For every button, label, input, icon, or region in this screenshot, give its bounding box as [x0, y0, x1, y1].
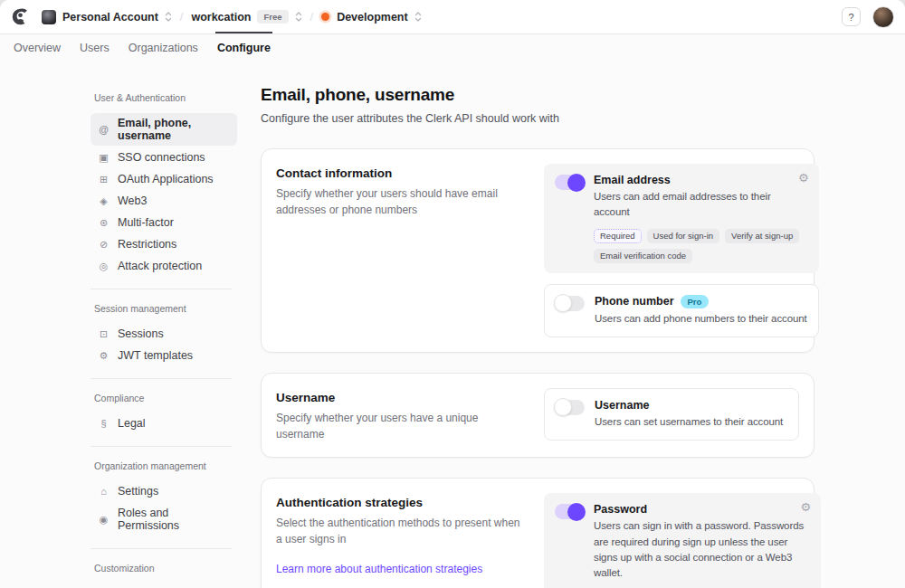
sidebar-item-multi-factor[interactable]: ⊛ Multi-factor [90, 213, 237, 232]
environment-name: Development [337, 11, 408, 24]
username-panel: Username Users can set usernames to thei… [544, 388, 799, 441]
panel-description: Users can add email addresses to their a… [594, 189, 808, 221]
settings-gear-icon[interactable]: ⚙ [798, 172, 809, 184]
phone-number-panel: Phone number Pro Users can add phone num… [544, 284, 819, 337]
sidebar-item-oauth-applications[interactable]: ⊞ OAuth Applications [90, 169, 237, 189]
settings-gear-icon[interactable]: ⚙ [800, 501, 811, 513]
toggle-knob [567, 503, 586, 521]
phone-number-toggle[interactable] [556, 296, 585, 311]
sidebar-divider [90, 548, 232, 549]
sidebar-item-sessions[interactable]: ⊡ Sessions [90, 324, 237, 344]
password-panel: Password Users can sign in with a passwo… [544, 493, 821, 588]
card-title: Authentication strategies [276, 496, 524, 509]
app-window: Personal Account / workcation Free / Dev… [0, 0, 905, 588]
help-button[interactable]: ? [842, 7, 861, 26]
toggle-knob [554, 294, 572, 312]
tab-overview[interactable]: Overview [13, 40, 62, 56]
shield-icon: ◎ [98, 261, 110, 271]
user-avatar[interactable] [872, 6, 894, 28]
chevron-updown-icon [414, 11, 422, 23]
panel-title: Password [594, 503, 647, 516]
top-bar-actions: ? [842, 6, 894, 28]
sidebar-item-label: SSO connections [118, 151, 205, 164]
learn-more-link[interactable]: Learn more about authentication strategi… [276, 563, 482, 575]
roles-icon: ◉ [98, 515, 110, 525]
panel-body: Phone number Pro Users can add phone num… [595, 295, 807, 327]
panel-description: Users can sign in with a password. Passw… [594, 518, 810, 581]
sidebar-section-title: Session management [94, 303, 237, 314]
sidebar-item-account-portal[interactable]: ▢ Account Portal [90, 583, 237, 588]
multi-factor-icon: ⊛ [98, 218, 110, 228]
sidebar-section-title: Compliance [94, 393, 237, 403]
sidebar-item-restrictions[interactable]: ⊘ Restrictions [90, 234, 237, 254]
breadcrumb-app-switcher[interactable]: workcation Free [191, 10, 301, 24]
chevron-updown-icon [295, 11, 302, 23]
sidebar-item-roles-and-permissions[interactable]: ◉ Roles and Permissions [90, 503, 237, 536]
username-toggle[interactable] [556, 400, 585, 415]
tab-organizations[interactable]: Organizations [128, 40, 199, 56]
page-title: Email, phone, username [261, 85, 814, 105]
chevron-updown-icon [165, 11, 172, 23]
oauth-icon: ⊞ [98, 175, 110, 185]
tab-users[interactable]: Users [79, 40, 110, 56]
card-panels: Email address Users can add email addres… [544, 164, 819, 337]
web3-diamond-icon: ◈ [98, 196, 110, 206]
main-content: Email, phone, username Configure the use… [261, 85, 814, 588]
panel-title: Username [595, 399, 649, 412]
environment-dot-icon [321, 13, 329, 21]
breadcrumb-account-switcher[interactable]: Personal Account [42, 10, 172, 24]
content-layout: User & Authentication @ Email, phone, us… [0, 62, 905, 588]
clerk-logo-icon[interactable] [11, 7, 31, 27]
sidebar-item-label: Restrictions [118, 238, 176, 251]
panel-body: Password Users can sign in with a passwo… [594, 503, 810, 588]
sidebar-item-jwt-templates[interactable]: ⚙ JWT templates [90, 346, 237, 365]
sidebar-item-label: Attack protection [118, 260, 202, 272]
password-toggle[interactable] [555, 504, 584, 519]
sidebar-divider [90, 289, 232, 289]
email-address-panel: Email address Users can add email addres… [544, 164, 819, 273]
toggle-knob [567, 174, 586, 192]
sidebar-item-web3[interactable]: ◈ Web3 [90, 191, 237, 211]
sidebar-divider [90, 446, 232, 447]
badge-required: Required [594, 229, 642, 243]
email-address-toggle[interactable] [555, 175, 584, 190]
card-title: Username [276, 391, 524, 404]
card-text-block: Contact information Specify whether your… [276, 164, 544, 337]
gear-icon: ⚙ [98, 351, 110, 361]
card-description: Specify whether your users have a unique… [276, 411, 524, 443]
sidebar-section-title: Organization management [94, 460, 237, 471]
card-text-block: Username Specify whether your users have… [276, 388, 544, 443]
sidebar-item-settings[interactable]: ⌂ Settings [90, 481, 237, 501]
card-text-block: Authentication strategies Select the aut… [276, 493, 544, 588]
sidebar-item-label: Web3 [118, 194, 147, 207]
sidebar-item-legal[interactable]: § Legal [90, 413, 237, 433]
breadcrumb-environment-switcher[interactable]: Development [321, 11, 422, 24]
sso-icon: ▣ [98, 153, 110, 163]
building-icon: ⌂ [98, 487, 110, 497]
sidebar-item-email-phone-username[interactable]: @ Email, phone, username [90, 113, 237, 146]
username-card: Username Specify whether your users have… [261, 373, 814, 459]
sidebar-item-attack-protection[interactable]: ◎ Attack protection [90, 256, 237, 276]
sidebar-item-label: Sessions [118, 327, 164, 340]
page-subtitle: Configure the user attributes the Clerk … [261, 112, 814, 125]
sidebar-item-label: Email, phone, username [118, 117, 230, 142]
sidebar-item-label: OAuth Applications [118, 173, 214, 185]
card-panels: Username Users can set usernames to thei… [544, 388, 799, 443]
sidebar-section-title: User & Authentication [94, 92, 237, 103]
sidebar-divider [90, 378, 232, 379]
tab-configure[interactable]: Configure [216, 40, 272, 56]
account-name: Personal Account [62, 11, 158, 24]
card-title: Contact information [276, 166, 524, 180]
panel-description: Users can set usernames to their account [595, 414, 787, 430]
card-description: Select the authentication methods to pre… [276, 516, 524, 548]
sidebar: User & Authentication @ Email, phone, us… [90, 85, 237, 588]
sidebar-item-label: Multi-factor [118, 216, 174, 229]
contact-information-card: Contact information Specify whether your… [261, 148, 814, 353]
account-avatar [42, 10, 56, 24]
toggle-knob [554, 398, 572, 416]
panel-body: Username Users can set usernames to thei… [595, 399, 787, 430]
card-panels: Password Users can sign in with a passwo… [544, 493, 821, 588]
app-name: workcation [191, 11, 251, 24]
authentication-strategies-card: Authentication strategies Select the aut… [261, 478, 814, 588]
sidebar-item-sso-connections[interactable]: ▣ SSO connections [90, 147, 237, 167]
